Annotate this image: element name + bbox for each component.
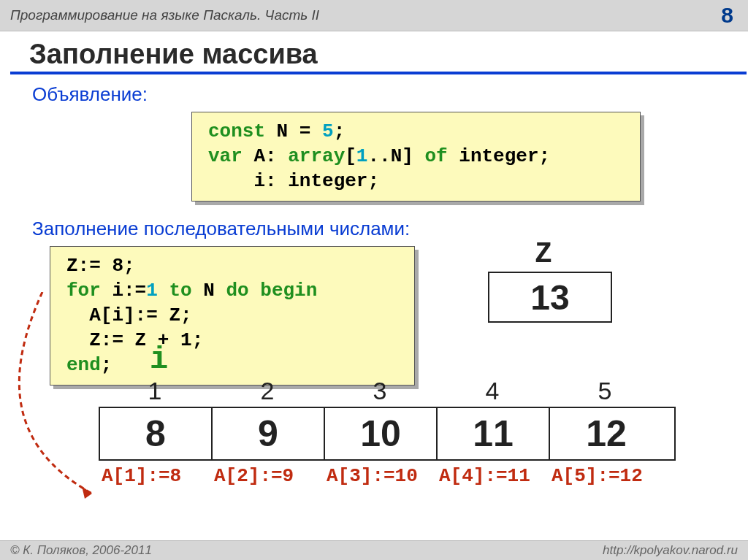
header-title: Программирование на языке Паскаль. Часть…	[10, 7, 319, 23]
page-title: Заполнение массива	[29, 39, 726, 70]
subtitle-fill: Заполнение последовательными числами:	[32, 218, 726, 240]
footer-url: http://kpolyakov.narod.ru	[603, 543, 738, 558]
content: Заполнение массива Объявление: const N =…	[0, 31, 748, 386]
subtitle-declaration: Объявление:	[32, 83, 726, 106]
assign-1: A[1]:=8	[99, 465, 211, 487]
val-5: 12	[550, 408, 663, 459]
val-2: 9	[213, 408, 325, 459]
val-4: 11	[438, 408, 550, 459]
idx-4: 4	[436, 377, 549, 405]
z-value-box: 13	[488, 272, 612, 323]
assign-5: A[5]:=12	[549, 465, 661, 487]
footer-copyright: © К. Поляков, 2006-2011	[10, 543, 152, 558]
code-declaration: const N = 5; var A: array[1..N] of integ…	[191, 112, 641, 202]
idx-5: 5	[549, 377, 661, 405]
header-bar: Программирование на языке Паскаль. Часть…	[0, 0, 748, 31]
i-label: i	[150, 342, 168, 377]
title-underline	[10, 72, 747, 74]
assign-3: A[3]:=10	[324, 465, 436, 487]
array-visual: 1 2 3 4 5 8 9 10 11 12 A[1]:=8 A[2]:=9 A…	[99, 377, 676, 487]
index-row: 1 2 3 4 5	[99, 377, 676, 405]
val-1: 8	[100, 408, 213, 459]
footer-bar: © К. Поляков, 2006-2011 http://kpolyakov…	[0, 540, 748, 560]
page-number: 8	[721, 3, 738, 28]
code-fill: Z:= 8; for i:=1 to N do begin A[i]:= Z; …	[50, 246, 415, 386]
idx-3: 3	[324, 377, 436, 405]
idx-2: 2	[211, 377, 324, 405]
z-label: Z	[535, 238, 552, 271]
assign-4: A[4]:=11	[436, 465, 549, 487]
val-3: 10	[325, 408, 438, 459]
assign-2: A[2]:=9	[211, 465, 324, 487]
idx-1: 1	[99, 377, 211, 405]
assign-row: A[1]:=8 A[2]:=9 A[3]:=10 A[4]:=11 A[5]:=…	[99, 465, 676, 487]
value-row: 8 9 10 11 12	[99, 407, 676, 461]
